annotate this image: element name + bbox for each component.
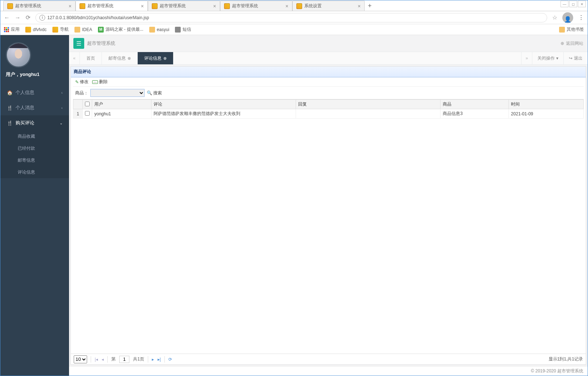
col-comment[interactable]: 评论 xyxy=(151,100,296,109)
browser-tab[interactable]: 超市管理系统× xyxy=(220,1,292,11)
subnav-label: 已经付款 xyxy=(18,145,35,151)
tab-close-icon[interactable]: ⊗ xyxy=(163,56,167,61)
profile-avatar-icon[interactable]: 👤 xyxy=(562,12,573,23)
subnav-paid[interactable]: 已经付款 xyxy=(0,142,69,154)
forward-button[interactable]: → xyxy=(15,14,21,21)
col-checkbox xyxy=(83,100,92,109)
tab-close-icon[interactable]: × xyxy=(141,3,144,9)
subnav-comments[interactable]: 评论信息 xyxy=(0,166,69,178)
bookmark-item[interactable]: easyui xyxy=(149,27,169,33)
bookmark-icon xyxy=(175,27,181,33)
nav-label: 购买评论 xyxy=(16,120,34,126)
tab-close-icon[interactable]: × xyxy=(286,3,288,9)
window-minimize[interactable]: — xyxy=(561,1,568,7)
logout-icon: ↪ xyxy=(569,56,572,61)
nav-personal-msg[interactable]: 🍴个人消息‹ xyxy=(0,100,69,115)
col-time[interactable]: 时间 xyxy=(508,100,583,109)
search-button[interactable]: 🔍搜索 xyxy=(147,90,162,96)
globe-icon: ⊕ xyxy=(561,41,564,46)
bookmark-item[interactable]: 导航 xyxy=(52,26,69,33)
favicon-icon xyxy=(224,3,230,9)
nav-purchase-comments[interactable]: 🍴购买评论⌄ xyxy=(0,115,69,131)
cell-rownum: 1 xyxy=(73,109,83,119)
tab-title: 超市管理系统 xyxy=(15,3,66,9)
cell-comment: 阿萨德范德萨发顺丰撒的范德萨发士大夫收到 xyxy=(151,109,296,119)
content-tab-home[interactable]: 首页 xyxy=(80,52,102,64)
col-product[interactable]: 商品 xyxy=(441,100,508,109)
subnav-shipping[interactable]: 邮寄信息 xyxy=(0,154,69,166)
product-combo[interactable] xyxy=(90,89,145,97)
search-btn-label: 搜索 xyxy=(153,90,162,96)
window-close[interactable]: ✕ xyxy=(578,1,586,7)
return-site-link[interactable]: ⊕返回网站 xyxy=(561,40,583,47)
browser-menu-icon[interactable]: ⋮ xyxy=(578,14,584,21)
pager-last[interactable]: ▸| xyxy=(158,357,161,362)
bookmark-star-icon[interactable]: ☆ xyxy=(552,14,557,21)
tab-close-icon[interactable]: ⊗ xyxy=(128,56,131,61)
pager-first[interactable]: |◂ xyxy=(95,357,98,362)
table-row[interactable]: 1 yonghu1 阿萨德范德萨发顺丰撒的范德萨发士大夫收到 商品信息3 202… xyxy=(73,109,584,119)
site-info-icon[interactable]: i xyxy=(39,15,45,21)
reload-button[interactable]: ⟳ xyxy=(26,14,30,21)
chevron-left-icon: ‹ xyxy=(61,106,63,110)
nav-label: 个人消息 xyxy=(16,104,34,111)
pager-prev[interactable]: ◂ xyxy=(102,357,104,362)
logout-button[interactable]: ↪退出 xyxy=(563,52,588,64)
delete-button[interactable]: —删除 xyxy=(92,79,108,85)
subnav-favorites[interactable]: 商品收藏 xyxy=(0,131,69,142)
browser-tab[interactable]: 系统设置× xyxy=(292,1,365,11)
bookmark-item[interactable]: IDEA xyxy=(74,27,92,33)
tab-title: 系统设置 xyxy=(304,3,356,9)
browser-tab[interactable]: 超市管理系统× xyxy=(3,1,76,11)
edit-button[interactable]: ✎修改 xyxy=(75,79,89,85)
data-grid: 用户 评论 回复 商品 时间 1 yonghu1 阿萨德范德萨发顺丰撒的范德 xyxy=(73,99,584,119)
bookmark-item[interactable]: 短信 xyxy=(175,26,191,33)
content-tab-comments[interactable]: 评论信息⊗ xyxy=(138,52,173,64)
return-label: 返回网站 xyxy=(566,40,583,47)
tab-title: 超市管理系统 xyxy=(160,3,211,9)
browser-tab[interactable]: 超市管理系统× xyxy=(148,1,220,11)
col-user[interactable]: 用户 xyxy=(92,100,151,109)
user-avatar[interactable] xyxy=(6,42,31,68)
bookmark-label: 导航 xyxy=(60,26,69,33)
chevron-left-icon: ‹ xyxy=(61,91,63,95)
page-size-select[interactable]: 10 xyxy=(74,355,87,363)
other-bookmarks-label: 其他书签 xyxy=(567,26,584,33)
minus-icon: — xyxy=(92,80,98,84)
browser-tab-strip: 超市管理系统× 超市管理系统× 超市管理系统× 超市管理系统× 系统设置× + xyxy=(0,0,588,11)
bookmark-item[interactable]: dfvfvdc xyxy=(25,27,47,33)
row-checkbox[interactable] xyxy=(85,111,90,116)
logout-label: 退出 xyxy=(574,55,583,61)
apps-grid-icon xyxy=(4,27,9,32)
tab-scroll-right[interactable]: » xyxy=(521,52,532,64)
col-reply[interactable]: 回复 xyxy=(296,100,441,109)
bookmark-icon: M xyxy=(98,27,104,33)
tab-scroll-left[interactable]: « xyxy=(69,52,80,64)
window-maximize[interactable]: ◻ xyxy=(569,1,577,7)
panel-title: 商品评论 xyxy=(71,67,586,77)
tab-close-icon[interactable]: × xyxy=(358,3,361,9)
nav-personal-info[interactable]: 🏠个人信息‹ xyxy=(0,85,69,100)
apps-label: 应用 xyxy=(11,26,20,33)
cell-time: 2021-01-09 xyxy=(508,109,583,119)
favicon-icon xyxy=(296,3,302,9)
content-tab-shipping[interactable]: 邮寄信息⊗ xyxy=(102,52,138,64)
back-button[interactable]: ← xyxy=(4,14,10,21)
select-all-checkbox[interactable] xyxy=(85,102,90,106)
pager-next[interactable]: ▸ xyxy=(152,357,154,362)
pager-refresh[interactable]: ⟳ xyxy=(168,357,172,362)
close-ops-dropdown[interactable]: 关闭操作▾ xyxy=(532,52,563,64)
cutlery-icon: 🍴 xyxy=(7,120,12,126)
sidebar-toggle-button[interactable]: ☰ xyxy=(73,38,84,49)
apps-button[interactable]: 应用 xyxy=(4,26,20,33)
address-bar[interactable]: i 127.0.0.1:8080/bdm101ychaoshi/houtai/u… xyxy=(35,13,547,22)
caret-down-icon: ▾ xyxy=(556,56,558,61)
browser-tab[interactable]: 超市管理系统× xyxy=(76,1,148,11)
pager-page-input[interactable] xyxy=(119,356,129,363)
tab-close-icon[interactable]: × xyxy=(213,3,216,9)
other-bookmarks[interactable]: 其他书签 xyxy=(559,26,584,33)
bookmark-item[interactable]: M源码之家 - 提供最... xyxy=(98,26,143,33)
new-tab-button[interactable]: + xyxy=(365,1,375,11)
folder-icon xyxy=(559,27,565,33)
tab-close-icon[interactable]: × xyxy=(69,3,72,9)
